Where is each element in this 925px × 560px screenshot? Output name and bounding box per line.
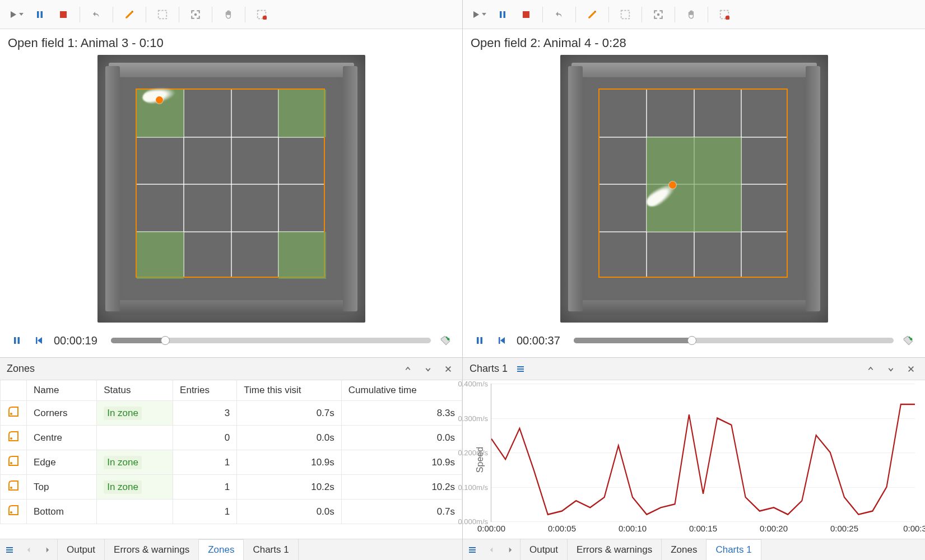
toolbar xyxy=(463,0,925,29)
svg-point-6 xyxy=(263,15,267,19)
table-row[interactable]: EdgeIn zone110.9s10.9s xyxy=(1,450,462,475)
svg-rect-3 xyxy=(159,10,167,18)
playback-slider[interactable] xyxy=(574,336,894,345)
tabs-scroll-right[interactable] xyxy=(501,539,520,560)
zone-name: Centre xyxy=(27,426,97,450)
tag-button[interactable] xyxy=(438,333,453,348)
zone-highlight xyxy=(694,184,742,232)
play-button[interactable] xyxy=(468,4,490,25)
toolbar xyxy=(0,0,462,29)
pan-button[interactable] xyxy=(218,4,239,25)
zone-entries: 1 xyxy=(173,500,237,524)
arena[interactable] xyxy=(97,55,365,323)
chart-ytick: 0.300m/s xyxy=(458,414,491,422)
play-dropdown-caret[interactable] xyxy=(482,13,486,16)
table-row[interactable]: TopIn zone110.2s10.2s xyxy=(1,475,462,500)
pause-playback-button[interactable] xyxy=(9,333,25,348)
table-row[interactable]: Centre00.0s0.0s xyxy=(1,426,462,450)
tabs-menu-icon[interactable] xyxy=(463,539,482,560)
svg-rect-24 xyxy=(499,337,500,344)
zone-status xyxy=(97,426,173,450)
zone-visit-time: 0.7s xyxy=(237,401,342,426)
zone-status xyxy=(97,500,173,524)
svg-rect-8 xyxy=(18,337,20,344)
zone-icon xyxy=(1,500,27,524)
play-dropdown-caret[interactable] xyxy=(19,13,24,16)
zone-visit-time: 10.9s xyxy=(237,450,342,475)
skip-start-button[interactable] xyxy=(31,333,47,348)
chart-ytick: 0.100m/s xyxy=(458,483,491,491)
zone-frame xyxy=(136,88,325,278)
zone-frame xyxy=(598,88,788,278)
play-button[interactable] xyxy=(6,4,27,25)
tabs-menu-icon[interactable] xyxy=(0,539,19,560)
svg-rect-18 xyxy=(621,10,630,18)
tabs-scroll-left[interactable] xyxy=(19,539,38,560)
chart-menu-icon[interactable] xyxy=(513,362,528,376)
column-header[interactable]: Status xyxy=(97,380,173,401)
chart-plot[interactable]: 0.000m/s0.100m/s0.200m/s0.300m/s0.400m/s… xyxy=(491,384,915,522)
svg-rect-15 xyxy=(500,11,502,18)
stop-button[interactable] xyxy=(515,4,537,25)
svg-point-12 xyxy=(10,462,12,464)
column-header[interactable]: Entries xyxy=(173,380,237,401)
zone-entries: 1 xyxy=(173,475,237,500)
tabs-scroll-right[interactable] xyxy=(38,539,57,560)
table-row[interactable]: Bottom10.0s0.7s xyxy=(1,500,462,524)
record-region-button[interactable] xyxy=(251,4,272,25)
tab-errors-warnings[interactable]: Errors & warnings xyxy=(104,539,198,560)
zone-cumulative-time: 10.9s xyxy=(341,450,462,475)
tab-output[interactable]: Output xyxy=(520,539,567,560)
pause-playback-button[interactable] xyxy=(472,333,487,348)
zone-highlight xyxy=(694,137,742,185)
zone-entries: 1 xyxy=(173,450,237,475)
zone-icon xyxy=(1,450,27,475)
stop-button[interactable] xyxy=(53,4,74,25)
tracking-dot xyxy=(156,96,163,104)
tab-output[interactable]: Output xyxy=(57,539,104,560)
undo-button[interactable] xyxy=(549,4,570,25)
tab-charts-1[interactable]: Charts 1 xyxy=(243,539,298,560)
table-row[interactable]: CornersIn zone30.7s8.3s xyxy=(1,401,462,426)
expand-down-icon[interactable] xyxy=(421,362,435,376)
zone-cumulative-time: 10.2s xyxy=(341,475,462,500)
zone-visit-time: 10.2s xyxy=(237,475,342,500)
column-header[interactable]: Cumulative time xyxy=(341,380,462,401)
fit-button[interactable] xyxy=(648,4,669,25)
fit-button[interactable] xyxy=(185,4,206,25)
skip-start-button[interactable] xyxy=(494,333,510,348)
svg-rect-23 xyxy=(481,337,483,344)
tabs-bar: OutputErrors & warningsZonesCharts 1 xyxy=(0,539,462,560)
pause-button[interactable] xyxy=(29,4,50,25)
close-icon[interactable] xyxy=(441,362,455,376)
draw-button[interactable] xyxy=(582,4,603,25)
undo-button[interactable] xyxy=(86,4,107,25)
record-region-button[interactable] xyxy=(714,4,735,25)
chart-ytick: 0.200m/s xyxy=(458,449,491,457)
arena[interactable] xyxy=(560,55,828,323)
chart-xtick: 0:00:20 xyxy=(760,521,788,533)
select-region-button[interactable] xyxy=(615,4,636,25)
pause-button[interactable] xyxy=(492,4,513,25)
playback-slider[interactable] xyxy=(111,336,431,345)
pane-title: Charts 1 xyxy=(470,363,508,375)
close-icon[interactable] xyxy=(904,362,918,376)
tab-zones[interactable]: Zones xyxy=(198,539,243,560)
zone-visit-time: 0.0s xyxy=(237,426,342,450)
column-header[interactable]: Time this visit xyxy=(237,380,342,401)
pane-header: Zones xyxy=(0,358,462,380)
collapse-up-icon[interactable] xyxy=(401,362,415,376)
chart-xtick: 0:00:15 xyxy=(689,521,717,533)
tab-charts-1[interactable]: Charts 1 xyxy=(706,539,761,560)
tab-zones[interactable]: Zones xyxy=(661,539,706,560)
column-header[interactable]: Name xyxy=(27,380,97,401)
tag-button[interactable] xyxy=(900,333,916,348)
select-region-button[interactable] xyxy=(152,4,173,25)
chart-ytick: 0.400m/s xyxy=(458,380,491,388)
pan-button[interactable] xyxy=(681,4,702,25)
collapse-up-icon[interactable] xyxy=(863,362,878,376)
expand-down-icon[interactable] xyxy=(884,362,898,376)
draw-button[interactable] xyxy=(119,4,140,25)
tab-errors-warnings[interactable]: Errors & warnings xyxy=(567,539,661,560)
tabs-scroll-left[interactable] xyxy=(482,539,501,560)
